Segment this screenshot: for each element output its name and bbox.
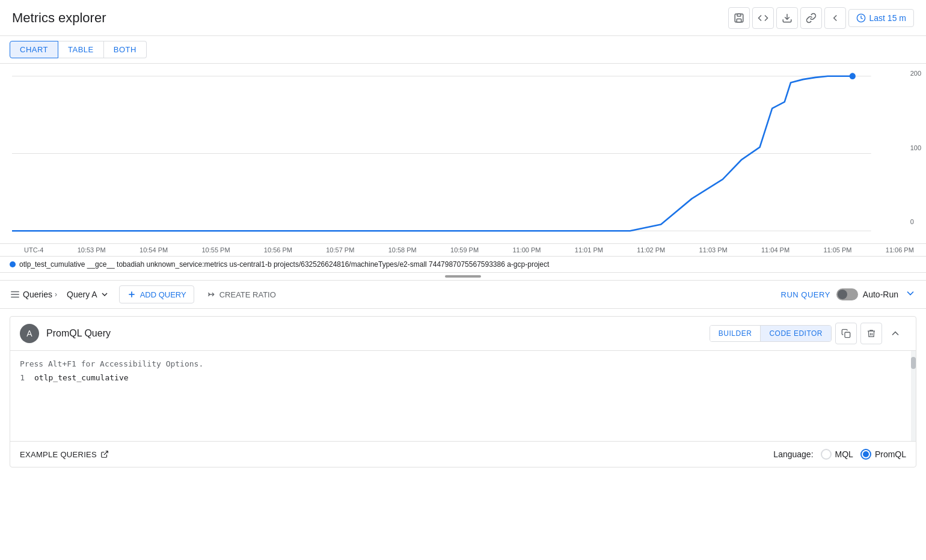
language-section: Language: MQL PromQL: [773, 449, 906, 460]
svg-rect-17: [845, 332, 850, 338]
chevron-right-icon: ›: [55, 290, 57, 299]
query-editor-header: A PromQL Query BUILDER CODE EDITOR: [10, 317, 916, 351]
chevron-down-icon: [100, 290, 109, 299]
promql-radio-inner: [863, 451, 869, 457]
promql-radio[interactable]: PromQL: [860, 449, 906, 460]
promql-label: PromQL: [875, 449, 906, 459]
chart-y-labels: 200 100 0: [910, 64, 921, 243]
external-link-icon: [100, 450, 109, 458]
header: Metrics explorer Last 15 m: [0, 0, 926, 36]
chart-legend: otlp_test_cumulative __gce__ tobadiah un…: [0, 257, 926, 273]
plus-icon: [127, 290, 136, 299]
query-a-button[interactable]: Query A: [62, 287, 114, 302]
delete-editor-btn[interactable]: [860, 323, 882, 344]
y-label-100: 100: [910, 144, 921, 151]
line-number-1: 1: [10, 373, 34, 382]
y-label-200: 200: [910, 70, 921, 77]
time-1101: 11:01 PM: [575, 246, 603, 254]
chart-svg: [12, 70, 902, 237]
query-editor: A PromQL Query BUILDER CODE EDITOR Press…: [10, 316, 916, 467]
auto-run-label: Auto-Run: [863, 290, 898, 299]
svg-rect-2: [737, 19, 741, 22]
view-tabs: CHART TABLE BOTH: [0, 36, 926, 64]
mql-radio-circle: [821, 449, 832, 460]
copy-icon: [841, 329, 851, 338]
builder-mode-btn[interactable]: BUILDER: [710, 326, 761, 341]
scroll-indicator: [0, 273, 926, 281]
scroll-bar: [445, 275, 481, 278]
expand-icon-btn[interactable]: [904, 287, 916, 302]
query-toolbar: Queries › Query A ADD QUERY CREATE RATIO…: [0, 281, 926, 309]
time-1058: 10:58 PM: [388, 246, 417, 254]
editor-mode-buttons: BUILDER CODE EDITOR: [710, 325, 832, 342]
tab-both[interactable]: BOTH: [104, 41, 147, 58]
download-icon-btn[interactable]: [776, 7, 798, 29]
create-ratio-label: CREATE RATIO: [219, 290, 276, 299]
header-actions: Last 15 m: [728, 7, 914, 29]
legend-dot: [10, 261, 16, 267]
time-1054: 10:54 PM: [140, 246, 168, 254]
time-1056: 10:56 PM: [264, 246, 292, 254]
example-queries-btn[interactable]: EXAMPLE QUERIES: [20, 450, 109, 459]
time-1103: 11:03 PM: [699, 246, 728, 254]
example-queries-label: EXAMPLE QUERIES: [20, 450, 97, 459]
collapse-btn[interactable]: [885, 323, 906, 344]
toggle-track[interactable]: [836, 288, 858, 300]
tab-chart[interactable]: CHART: [10, 41, 58, 58]
svg-rect-1: [737, 14, 741, 16]
promql-radio-circle: [860, 449, 871, 460]
time-1105: 11:05 PM: [823, 246, 851, 254]
toggle-thumb: [838, 290, 847, 299]
time-1102: 11:02 PM: [637, 246, 665, 254]
editor-bottom: EXAMPLE QUERIES Language: MQL PromQL: [10, 441, 916, 467]
queries-nav: Queries ›: [10, 289, 57, 300]
auto-run-toggle[interactable]: Auto-Run: [836, 288, 898, 300]
tab-table[interactable]: TABLE: [58, 41, 104, 58]
time-1057: 10:57 PM: [326, 246, 354, 254]
mql-label: MQL: [835, 449, 853, 459]
svg-line-18: [104, 451, 108, 455]
copy-editor-btn[interactable]: [835, 323, 857, 344]
menu-icon: [10, 289, 20, 300]
query-editor-title: PromQL Query: [46, 328, 710, 339]
time-1059: 10:59 PM: [450, 246, 479, 254]
run-query-section: RUN QUERY Auto-Run: [781, 287, 916, 302]
time-utc: UTC-4: [24, 246, 43, 254]
code-editor-mode-btn[interactable]: CODE EDITOR: [761, 326, 831, 341]
language-label: Language:: [773, 449, 813, 459]
time-axis: UTC-4 10:53 PM 10:54 PM 10:55 PM 10:56 P…: [0, 244, 926, 257]
scrollbar-thumb: [911, 357, 916, 369]
line-content-1: otlp_test_cumulative: [34, 373, 129, 382]
mql-radio[interactable]: MQL: [821, 449, 853, 460]
run-query-button[interactable]: RUN QUERY: [781, 290, 830, 299]
create-ratio-button[interactable]: CREATE RATIO: [199, 286, 283, 303]
time-range-btn[interactable]: Last 15 m: [848, 9, 914, 27]
code-hint: Press Alt+F1 for Accessibility Options.: [10, 356, 916, 372]
time-1106: 11:06 PM: [886, 246, 914, 254]
svg-point-8: [850, 73, 856, 79]
time-1053: 10:53 PM: [78, 246, 106, 254]
queries-label: Queries: [23, 290, 52, 299]
time-1100: 11:00 PM: [512, 246, 541, 254]
query-avatar: A: [20, 324, 39, 343]
time-1104: 11:04 PM: [761, 246, 790, 254]
back-icon-btn[interactable]: [824, 7, 846, 29]
code-line-1: 1 otlp_test_cumulative: [10, 372, 916, 383]
code-icon-btn[interactable]: [752, 7, 774, 29]
ratio-icon: [206, 290, 216, 299]
code-editor-area[interactable]: Press Alt+F1 for Accessibility Options. …: [10, 351, 916, 441]
query-a-label: Query A: [67, 290, 97, 299]
time-range-label: Last 15 m: [869, 13, 906, 23]
expand-icon: [904, 287, 916, 299]
legend-text: otlp_test_cumulative __gce__ tobadiah un…: [19, 260, 549, 269]
page-title: Metrics explorer: [12, 10, 106, 26]
time-1055: 10:55 PM: [201, 246, 230, 254]
chevron-up-icon: [889, 327, 901, 339]
link-icon-btn[interactable]: [800, 7, 822, 29]
add-query-button[interactable]: ADD QUERY: [119, 285, 194, 303]
save-icon-btn[interactable]: [728, 7, 750, 29]
svg-rect-0: [735, 14, 743, 22]
trash-icon: [866, 329, 876, 338]
y-label-0: 0: [910, 218, 921, 225]
scrollbar-track[interactable]: [911, 351, 916, 441]
